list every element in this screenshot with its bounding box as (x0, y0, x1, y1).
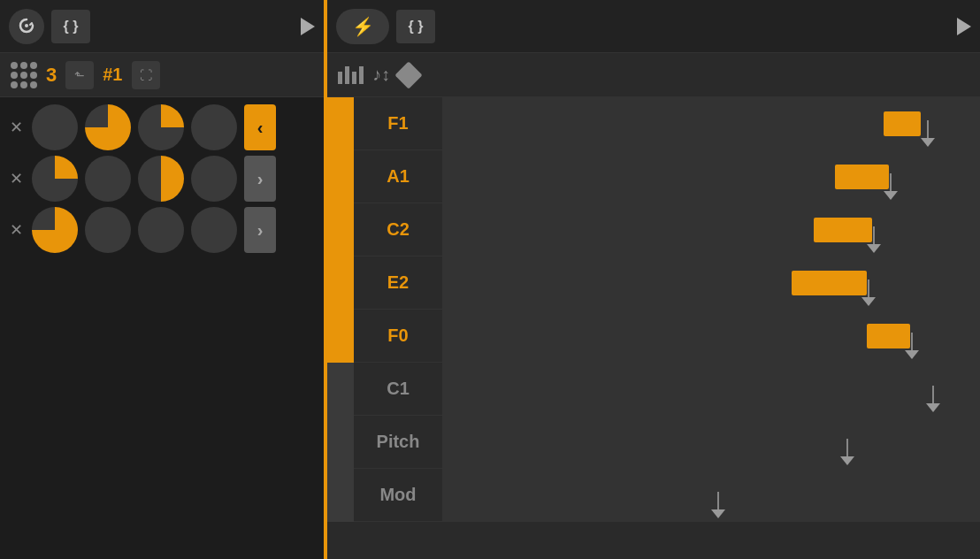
track-row-E2: E2 (327, 257, 980, 310)
track-content-C1[interactable] (442, 363, 980, 416)
track-color-C1 (327, 363, 354, 416)
track-label-Mod: Mod (354, 485, 442, 505)
note-bar-A1 (835, 165, 889, 189)
right-controls: ♪↕ (327, 53, 980, 97)
track-color-C2 (327, 203, 354, 257)
track-color-Pitch (327, 416, 354, 469)
track-color-Mod (327, 469, 354, 522)
track-row-F0: F0 (327, 310, 980, 363)
circle-2-3[interactable] (138, 156, 184, 202)
circle-1-2[interactable] (85, 104, 131, 150)
expand-icon[interactable]: ⛶ (132, 61, 160, 89)
nav-left-1[interactable]: ‹ (244, 104, 276, 150)
track-row-Pitch: Pitch (327, 416, 980, 469)
track-label-C2: C2 (354, 219, 442, 240)
slider-E2[interactable] (861, 280, 876, 306)
track-content-C2[interactable] (442, 203, 980, 257)
circle-3-4[interactable] (191, 207, 237, 253)
left-toolbar: { } (0, 0, 324, 53)
track-content-F0[interactable] (442, 310, 980, 363)
circle-2-4[interactable] (191, 156, 237, 202)
circle-3-2[interactable] (85, 207, 131, 253)
note-bar-F0 (867, 324, 910, 348)
track-content-Pitch[interactable] (442, 416, 980, 469)
tracks-area: F1 A1 C2 (327, 97, 980, 559)
bars-icon (338, 66, 364, 84)
mute-button-1[interactable]: ✕ (7, 118, 25, 137)
track-label-C1: C1 (354, 379, 442, 399)
circle-2-1[interactable] (32, 156, 78, 202)
grid-row-2: ✕ › (7, 156, 317, 202)
track-label-Pitch: Pitch (354, 432, 442, 452)
right-toolbar: ⚡ { } (327, 0, 980, 53)
nav-right-2[interactable]: › (244, 156, 276, 202)
left-panel: { } 3 ⬑ #1 ⛶ ✕ ‹ ✕ (0, 0, 327, 559)
note-bar-E2 (792, 271, 867, 295)
track-row-C2: C2 (327, 203, 980, 257)
slider-C1[interactable] (926, 386, 940, 412)
braces-button-left[interactable]: { } (51, 10, 90, 43)
import-icon[interactable]: ⬑ (65, 61, 94, 89)
track-label-F1: F1 (354, 113, 442, 134)
grid-row-1: ✕ ‹ (7, 104, 317, 150)
track-label-E2: E2 (354, 272, 442, 293)
track-color-F0 (327, 310, 354, 363)
mute-button-3[interactable]: ✕ (7, 220, 25, 240)
nav-right-3[interactable]: › (244, 207, 276, 253)
grid-area: ✕ ‹ ✕ › ✕ › (0, 97, 324, 559)
slider-C2[interactable] (867, 226, 881, 253)
play-button-left[interactable] (301, 18, 315, 35)
track-color-F1 (327, 97, 354, 150)
note-bar-F1 (884, 111, 922, 136)
slider-F1[interactable] (921, 120, 935, 147)
circle-3-1[interactable] (32, 207, 78, 253)
track-row-C1: C1 (327, 363, 980, 416)
note-icon: ♪↕ (372, 65, 390, 85)
track-label-F0: F0 (354, 325, 442, 346)
left-controls: 3 ⬑ #1 ⛶ (0, 53, 324, 97)
dots-icon (11, 62, 37, 88)
slider-Pitch[interactable] (840, 439, 854, 465)
track-content-F1[interactable] (442, 97, 980, 150)
loop-button[interactable] (9, 9, 44, 44)
slider-F0[interactable] (905, 333, 919, 359)
diamond-icon (394, 61, 422, 88)
track-row-Mod: Mod (327, 469, 980, 522)
braces-button-right[interactable]: { } (396, 10, 435, 43)
lightning-button[interactable]: ⚡ (336, 9, 389, 44)
grid-row-3: ✕ › (7, 207, 317, 253)
circle-1-4[interactable] (191, 104, 237, 150)
slider-Mod[interactable] (711, 492, 725, 518)
circle-1-1[interactable] (32, 104, 78, 150)
track-row-F1: F1 (327, 97, 980, 150)
circle-3-3[interactable] (138, 207, 184, 253)
track-content-Mod[interactable] (442, 469, 980, 522)
play-button-right[interactable] (957, 18, 971, 35)
track-color-A1 (327, 150, 354, 203)
mute-button-2[interactable]: ✕ (7, 169, 25, 188)
right-panel: ⚡ { } ♪↕ F1 (327, 0, 980, 559)
hash-label: #1 (103, 65, 122, 85)
note-bar-C2 (814, 218, 873, 242)
circle-2-2[interactable] (85, 156, 131, 202)
track-content-A1[interactable] (442, 150, 980, 203)
slider-A1[interactable] (884, 173, 898, 200)
pattern-number: 3 (46, 64, 57, 87)
circle-1-3[interactable] (138, 104, 184, 150)
svg-point-0 (25, 24, 28, 27)
track-row-A1: A1 (327, 150, 980, 203)
track-label-A1: A1 (354, 166, 442, 187)
track-color-E2 (327, 257, 354, 310)
track-content-E2[interactable] (442, 257, 980, 310)
